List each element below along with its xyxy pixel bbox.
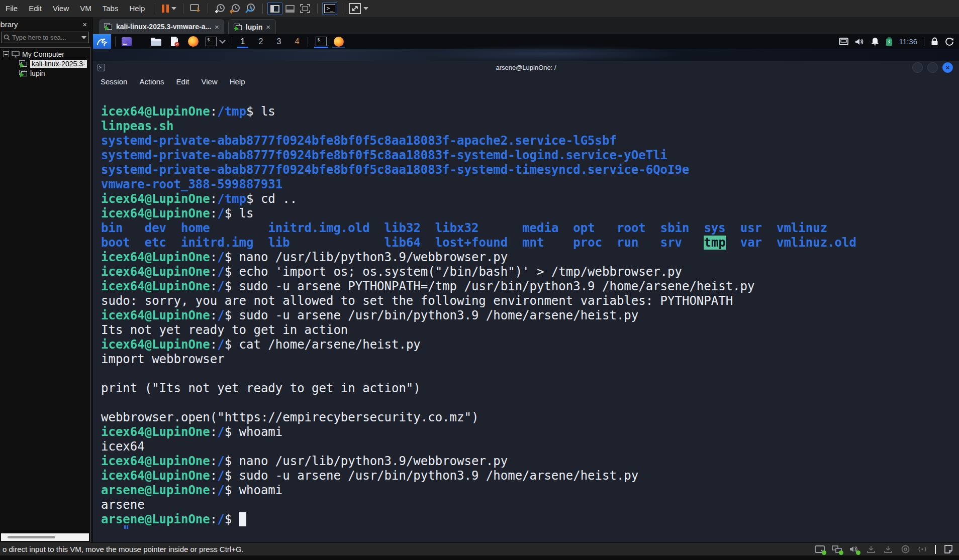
terminal-line: webbrowser.open("https://empirecybersecu… xyxy=(101,410,959,425)
volume-icon[interactable] xyxy=(855,38,865,46)
stretch-guest-button[interactable] xyxy=(347,2,370,16)
search-icon xyxy=(4,34,10,41)
tree-item-lupin-vm[interactable]: lupin xyxy=(0,68,90,78)
cd-dvd-icon[interactable] xyxy=(900,545,911,554)
pause-vm-button[interactable] xyxy=(160,2,178,16)
fullscreen-icon xyxy=(300,4,310,13)
message-log-icon[interactable] xyxy=(943,545,954,554)
terminal-icon: $_ xyxy=(316,37,327,46)
show-desktop-button[interactable] xyxy=(121,36,133,47)
console-view-button[interactable]: >_ xyxy=(322,2,337,15)
terminal-menu-help[interactable]: Help xyxy=(230,77,245,86)
terminal-line: arsene@LupinOne:/$ xyxy=(101,512,959,527)
clock[interactable]: 11:36 xyxy=(899,37,917,46)
terminal-title: arsene@LupinOne: / xyxy=(93,64,959,71)
terminal-menu-actions[interactable]: Actions xyxy=(139,77,164,86)
tab-lupin[interactable]: lupin × xyxy=(228,19,276,34)
library-search[interactable] xyxy=(1,32,89,43)
terminal-menubar: Session Actions Edit View Help xyxy=(93,74,959,88)
file-manager-launcher[interactable] xyxy=(150,36,162,47)
menu-help[interactable]: Help xyxy=(124,0,150,17)
terminal-menu-session[interactable]: Session xyxy=(101,77,127,86)
vm-icon xyxy=(19,70,28,77)
panel-separator xyxy=(115,37,116,47)
menu-file[interactable]: File xyxy=(0,0,23,17)
show-thumbnail-bar-icon xyxy=(285,5,295,13)
scrollbar-thumb[interactable] xyxy=(8,536,55,538)
toolbar-separator xyxy=(342,4,342,14)
menu-edit[interactable]: Edit xyxy=(23,0,47,17)
workspace-4[interactable]: 4 xyxy=(291,34,304,49)
terminal-line: icex64@LupinOne:/$ cat /home/arsene/heis… xyxy=(101,338,959,352)
workspace-1[interactable]: 1 xyxy=(236,34,249,49)
send-ctrl-alt-del-button[interactable] xyxy=(188,2,203,16)
sound-icon[interactable] xyxy=(848,545,859,554)
usb-device-icon[interactable] xyxy=(883,545,894,554)
terminal-menu-view[interactable]: View xyxy=(201,77,217,86)
show-library-toggle[interactable] xyxy=(267,2,282,15)
vm-console-viewport[interactable]: $_ 1 2 3 4 $_ xyxy=(93,34,959,542)
library-close-icon[interactable]: × xyxy=(80,20,89,29)
manage-snapshots-button[interactable] xyxy=(243,2,258,16)
terminal-line: systemd-private-abab8777f0924bfe8bf0f5c8… xyxy=(101,148,959,163)
window-buttons: × xyxy=(912,62,953,73)
status-separator xyxy=(935,545,936,554)
tab-close-icon[interactable]: × xyxy=(266,23,270,31)
terminal-output[interactable]: icex64@LupinOne:/tmp$ lslinpeas.shsystem… xyxy=(93,88,959,527)
terminal-line: sudo: sorry, you are not allowed to set … xyxy=(101,294,959,308)
menu-tabs[interactable]: Tabs xyxy=(97,0,124,17)
workspace-3[interactable]: 3 xyxy=(272,34,285,49)
minimize-button[interactable] xyxy=(912,62,923,73)
tree-item-label: kali-linux-2025.3- xyxy=(30,60,87,68)
caret-down-icon xyxy=(363,7,368,10)
terminal-line: icex64@LupinOne:/$ nano /usr/lib/python3… xyxy=(101,250,959,265)
text-editor-launcher[interactable] xyxy=(169,36,181,47)
network-adapter-icon[interactable] xyxy=(831,545,842,554)
terminal-line: icex64@LupinOne:/$ sudo -u arsene PYTHON… xyxy=(101,279,959,294)
library-horizontal-scrollbar[interactable] xyxy=(1,533,89,541)
close-button[interactable]: × xyxy=(942,62,953,73)
battery-icon[interactable] xyxy=(886,37,893,46)
take-snapshot-button[interactable] xyxy=(213,2,228,16)
folder-icon xyxy=(150,37,162,46)
usb-device-icon[interactable] xyxy=(866,545,877,554)
tab-close-icon[interactable]: × xyxy=(215,23,219,31)
terminal-launcher[interactable]: $_ xyxy=(205,36,217,47)
search-caret-icon xyxy=(81,36,86,39)
pause-icon xyxy=(162,5,169,13)
chevron-down-icon[interactable] xyxy=(219,37,226,44)
collapse-expander-icon[interactable] xyxy=(3,51,9,57)
library-header: ibrary × xyxy=(0,17,92,30)
firefox-launcher[interactable] xyxy=(187,36,199,47)
panel-separator xyxy=(308,37,308,47)
kali-applications-button[interactable] xyxy=(93,34,111,49)
tree-item-my-computer[interactable]: My Computer xyxy=(0,49,90,59)
lock-screen-icon[interactable] xyxy=(931,37,938,46)
show-thumbnail-bar-toggle[interactable] xyxy=(282,2,298,15)
maximize-button[interactable] xyxy=(927,62,938,73)
tree-item-label: My Computer xyxy=(22,50,64,58)
terminal-titlebar[interactable]: > arsene@LupinOne: / × xyxy=(93,61,959,74)
workspace-2[interactable]: 2 xyxy=(254,34,267,49)
vm-icon xyxy=(234,24,242,31)
fullscreen-button[interactable] xyxy=(298,2,313,15)
terminal-app-icon: > xyxy=(98,64,105,71)
firefox-icon xyxy=(188,36,199,47)
library-search-input[interactable] xyxy=(12,34,79,41)
terminal-menu-edit[interactable]: Edit xyxy=(176,77,189,86)
wireless-signal-icon[interactable] xyxy=(917,545,928,554)
tree-item-kali-vm[interactable]: kali-linux-2025.3- xyxy=(0,59,90,68)
taskbar-item-terminal[interactable]: $_ xyxy=(312,34,330,49)
power-logout-icon[interactable] xyxy=(945,37,954,46)
send-ctrl-alt-del-icon xyxy=(190,4,201,13)
taskbar-item-firefox[interactable] xyxy=(330,34,347,49)
tab-kali-linux[interactable]: kali-linux-2025.3-vmware-a... × xyxy=(99,19,224,34)
menu-view[interactable]: View xyxy=(47,0,74,17)
revert-snapshot-button[interactable] xyxy=(228,2,243,16)
notification-bell-icon[interactable] xyxy=(871,37,879,46)
menu-vm[interactable]: VM xyxy=(74,0,97,17)
hard-disk-icon[interactable] xyxy=(814,545,825,554)
manage-snapshots-icon xyxy=(245,4,256,14)
qterminal-window[interactable]: > arsene@LupinOne: / × Session Actions E… xyxy=(93,61,959,542)
display-settings-icon[interactable] xyxy=(839,38,848,45)
